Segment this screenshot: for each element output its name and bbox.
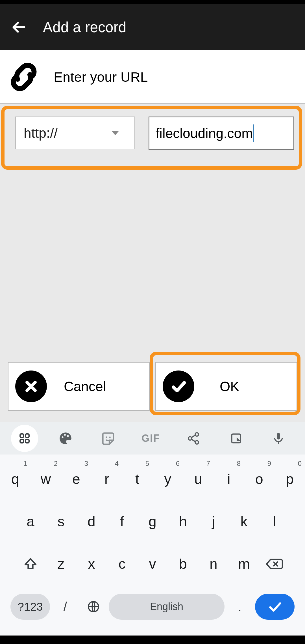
apps-icon[interactable]	[11, 425, 38, 452]
keyboard-toolbar: GIF	[0, 422, 305, 455]
link-icon	[9, 62, 38, 92]
protocol-value: http://	[24, 125, 58, 141]
globe-key[interactable]	[80, 600, 106, 613]
cancel-label: Cancel	[64, 379, 149, 394]
period-key[interactable]: .	[227, 599, 253, 614]
language-key[interactable]: English	[109, 594, 225, 620]
enter-key[interactable]	[255, 594, 295, 620]
key-row-1: 1q2w3e4r5t6y7u8i9o0p	[0, 458, 305, 500]
key-b[interactable]: b	[168, 543, 198, 585]
protocol-dropdown[interactable]: http://	[15, 117, 135, 149]
url-inputs-row: http:// fileclouding.com	[15, 117, 294, 150]
status-bar	[0, 0, 305, 4]
key-u[interactable]: 7u	[183, 458, 213, 500]
chevron-down-icon	[111, 131, 119, 135]
check-icon	[163, 371, 194, 402]
key-row-4: ?123 / English .	[0, 585, 305, 625]
key-m[interactable]: m	[229, 543, 259, 585]
url-label-bar: Enter your URL	[0, 50, 305, 104]
cancel-button[interactable]: Cancel	[8, 362, 150, 411]
svg-point-4	[62, 436, 64, 438]
key-z[interactable]: z	[46, 543, 76, 585]
key-a[interactable]: a	[15, 500, 46, 543]
back-button[interactable]	[11, 19, 28, 36]
key-x[interactable]: x	[76, 543, 107, 585]
key-v[interactable]: v	[137, 543, 168, 585]
key-y[interactable]: 6y	[152, 458, 183, 500]
shift-key[interactable]	[15, 543, 46, 585]
svg-point-9	[195, 433, 199, 436]
url-input[interactable]: fileclouding.com	[149, 117, 294, 150]
key-row-2: asdfghjkl	[0, 500, 305, 543]
palette-icon[interactable]	[50, 423, 81, 454]
svg-point-8	[109, 436, 111, 438]
app-header: Add a record	[0, 4, 305, 50]
key-d[interactable]: d	[76, 500, 107, 543]
soft-keyboard: GIF 1q2w3e4r5t6y7u8i9o0p asdfghjkl zxcvb…	[0, 422, 305, 636]
mic-icon[interactable]	[263, 423, 294, 454]
url-label-text: Enter your URL	[54, 69, 148, 85]
key-t[interactable]: 5t	[122, 458, 152, 500]
key-f[interactable]: f	[107, 500, 137, 543]
close-icon	[15, 371, 47, 402]
key-l[interactable]: l	[259, 500, 290, 543]
svg-rect-1	[26, 434, 29, 437]
svg-point-11	[195, 441, 199, 444]
key-k[interactable]: k	[229, 500, 259, 543]
svg-rect-13	[277, 433, 280, 440]
key-o[interactable]: 9o	[244, 458, 274, 500]
svg-point-10	[188, 437, 192, 440]
key-q[interactable]: 1q	[0, 458, 30, 500]
key-j[interactable]: j	[198, 500, 229, 543]
clipboard-icon[interactable]	[221, 423, 251, 454]
form-area: http:// fileclouding.com Cancel OK	[0, 104, 305, 422]
key-r[interactable]: 4r	[91, 458, 122, 500]
backspace-key[interactable]	[259, 543, 290, 585]
svg-point-6	[67, 435, 69, 437]
svg-point-7	[106, 436, 107, 438]
key-i[interactable]: 8i	[213, 458, 244, 500]
share-icon[interactable]	[178, 423, 209, 454]
ok-label: OK	[211, 379, 297, 394]
svg-rect-0	[20, 434, 24, 437]
key-c[interactable]: c	[107, 543, 137, 585]
svg-rect-12	[232, 434, 240, 443]
keyboard-rows: 1q2w3e4r5t6y7u8i9o0p asdfghjkl zxcvbnm ?…	[0, 455, 305, 636]
sticker-icon[interactable]	[93, 423, 123, 454]
key-n[interactable]: n	[198, 543, 229, 585]
key-e[interactable]: 3e	[61, 458, 91, 500]
key-h[interactable]: h	[168, 500, 198, 543]
svg-point-5	[64, 434, 66, 436]
arrow-left-icon	[12, 20, 27, 35]
page-title: Add a record	[43, 19, 127, 36]
key-p[interactable]: 0p	[274, 458, 305, 500]
navigation-bar	[0, 636, 305, 644]
key-row-3: zxcvbnm	[0, 543, 305, 585]
slash-key[interactable]: /	[52, 599, 78, 614]
key-s[interactable]: s	[46, 500, 76, 543]
svg-rect-3	[26, 440, 29, 443]
ok-button[interactable]: OK	[155, 362, 297, 411]
url-input-value: fileclouding.com	[156, 126, 253, 141]
key-g[interactable]: g	[137, 500, 168, 543]
svg-rect-2	[20, 440, 24, 443]
gif-icon[interactable]: GIF	[136, 423, 166, 454]
text-cursor	[253, 124, 254, 142]
key-w[interactable]: 2w	[30, 458, 61, 500]
symbols-key[interactable]: ?123	[10, 594, 50, 620]
action-buttons: Cancel OK	[8, 362, 297, 411]
